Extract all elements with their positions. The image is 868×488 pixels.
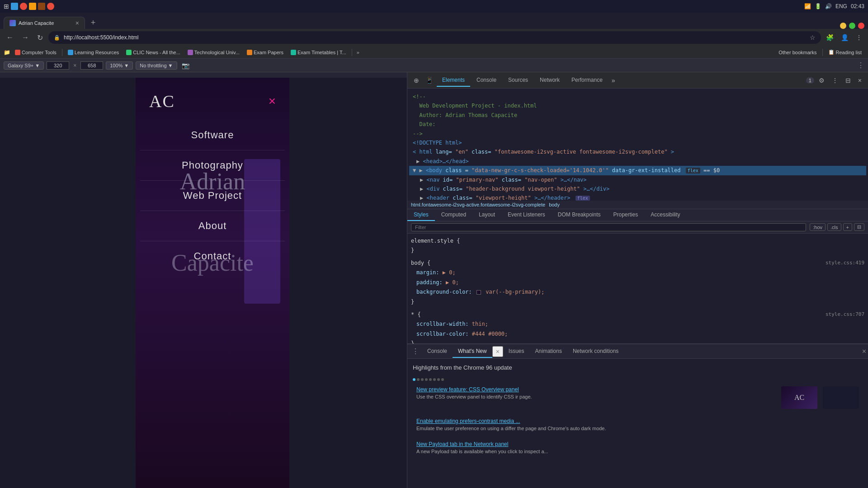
bottom-tab-animations[interactable]: Animations <box>530 345 567 358</box>
tree-arrow-head[interactable]: ▶ <box>416 158 420 164</box>
mobile-menu-item-contact[interactable]: Contact <box>194 250 231 262</box>
toggle-style-button[interactable]: ⊟ <box>854 223 864 231</box>
feature-title-3[interactable]: New Payload tab in the Network panel <box>416 441 859 447</box>
whats-new-close-tab[interactable]: × <box>492 346 503 357</box>
tab-sources[interactable]: Sources <box>503 74 533 87</box>
breadcrumb-body[interactable]: body <box>549 202 560 207</box>
tab-close-button[interactable]: × <box>75 20 79 26</box>
bottom-more-button[interactable]: ⋮ <box>409 347 422 356</box>
tab-accessibility[interactable]: Accessibility <box>644 209 686 221</box>
more-tabs-button[interactable]: » <box>609 75 618 86</box>
feature-title-2[interactable]: Enable emulating prefers-contrast media … <box>416 418 859 424</box>
taskbar-app-icon-5[interactable] <box>47 3 54 10</box>
zoom-selector[interactable]: 100% ▼ <box>106 61 133 70</box>
taskbar-app-icon-4[interactable] <box>38 3 45 10</box>
mobile-menu-close[interactable]: × <box>269 94 276 108</box>
tree-arrow-body[interactable]: ▼ ▶ <box>413 167 423 174</box>
start-icon[interactable]: ⊞ <box>4 3 9 10</box>
capture-screenshot-icon[interactable]: 📷 <box>182 62 189 69</box>
tab-dom-breakpoints[interactable]: DOM Breakpoints <box>552 209 607 221</box>
feature-item-prefers-contrast[interactable]: Enable emulating prefers-contrast media … <box>413 414 863 436</box>
bottom-tab-issues[interactable]: Issues <box>503 345 530 358</box>
extensions-button[interactable]: 🧩 <box>824 33 836 42</box>
device-selector[interactable]: Galaxy S9+ ▼ <box>4 61 44 70</box>
style-filter-input[interactable] <box>411 223 806 231</box>
color-swatch-bg[interactable] <box>476 290 481 295</box>
minimize-button[interactable] <box>840 23 846 29</box>
viewport-width-input[interactable] <box>47 61 69 70</box>
feature-title-1[interactable]: New preview feature: CSS Overview panel <box>416 386 776 393</box>
devtools-close-button[interactable]: × <box>855 75 864 86</box>
devtools-dock-button[interactable]: ⊟ <box>843 75 854 86</box>
tab-performance[interactable]: Performance <box>566 74 608 87</box>
html-body-line[interactable]: ▼ ▶ <body class = "data-new-gr-c-s-check… <box>409 166 866 175</box>
bookmark-item-computer-tools[interactable]: Computer Tools <box>12 49 59 56</box>
tab-layout[interactable]: Layout <box>472 209 501 221</box>
throttle-selector[interactable]: No throttling ▼ <box>136 61 177 70</box>
tree-arrow-header[interactable]: ▶ <box>420 195 423 200</box>
css-value-scrollbar-color: #444 #0000; <box>472 331 508 337</box>
mobile-view: AC × Software Photography Web Project Ab… <box>136 78 289 488</box>
tree-arrow-div[interactable]: ▶ <box>420 186 423 192</box>
bottom-tab-whats-new[interactable]: What's New <box>453 345 492 358</box>
tab-event-listeners[interactable]: Event Listeners <box>501 209 552 221</box>
more-bookmarks-icon[interactable]: » <box>357 50 359 55</box>
reload-button[interactable]: ↻ <box>34 32 46 44</box>
taskbar-app-icon-3[interactable] <box>29 3 36 10</box>
bottom-tab-console[interactable]: Console <box>422 345 453 358</box>
profile-button[interactable]: 👤 <box>839 33 851 42</box>
viewport-more-button[interactable]: ⋮ <box>857 61 864 70</box>
css-source-body-1[interactable]: style.css:419 <box>826 258 864 267</box>
hov-filter-button[interactable]: :hov <box>810 223 826 231</box>
devtools-inspect-button[interactable]: ⊕ <box>411 75 422 86</box>
taskbar-app-icon-2[interactable] <box>20 3 27 10</box>
close-button[interactable] <box>858 23 864 29</box>
bookmark-item-clic-news[interactable]: CLIC News - All the... <box>123 49 183 56</box>
address-bar[interactable]: 🔒 http://localhost:5500/index.html ☆ <box>48 31 821 44</box>
mobile-menu-item-photography[interactable]: Photography <box>182 160 243 171</box>
breadcrumb-html[interactable]: html.fontawesome-i2svg-active.fontawesom… <box>411 202 545 207</box>
html-head-line[interactable]: ▶ <head>…</head> <box>409 157 866 166</box>
tree-arrow-nav[interactable]: ▶ <box>420 177 423 183</box>
viewport-height-input[interactable] <box>80 61 103 70</box>
tab-console[interactable]: Console <box>471 74 502 87</box>
tab-elements[interactable]: Elements <box>437 74 470 87</box>
css-source-star-1[interactable]: style.css:707 <box>826 310 864 319</box>
bookmark-item-tech-univ[interactable]: Technological Univ... <box>185 49 242 56</box>
browser-tab-active[interactable]: Adrian Capacite × <box>4 17 85 29</box>
bookmark-item-exam-papers[interactable]: Exam Papers <box>244 49 286 56</box>
tab-computed[interactable]: Computed <box>435 209 472 221</box>
html-html-open[interactable]: < html lang= "en" class= "fontawesome-i2… <box>409 147 866 156</box>
more-options-button[interactable]: ⋮ <box>854 33 864 42</box>
bookmark-star-icon[interactable]: ☆ <box>810 34 816 41</box>
add-style-button[interactable]: + <box>843 223 852 231</box>
devtools-device-button[interactable]: 📱 <box>423 75 436 86</box>
feature-item-css-overview[interactable]: New preview feature: CSS Overview panel … <box>413 383 863 413</box>
maximize-button[interactable] <box>849 23 855 29</box>
new-tab-button[interactable]: + <box>87 16 99 29</box>
html-comment-line[interactable]: <!-- <box>409 92 866 101</box>
bookmark-item-reading-list[interactable]: 📋 Reading list <box>826 48 864 56</box>
bookmark-item-other[interactable]: Other bookmarks <box>776 49 819 56</box>
feature-item-payload-tab[interactable]: New Payload tab in the Network panel A n… <box>413 437 863 459</box>
devtools-more-button[interactable]: ⋮ <box>829 75 841 86</box>
tab-styles[interactable]: Styles <box>407 209 435 221</box>
html-comment-close[interactable]: --> <box>409 129 866 138</box>
bookmark-item-learning-resources[interactable]: Learning Resources <box>65 49 122 56</box>
taskbar-app-icon[interactable] <box>11 3 18 10</box>
mobile-menu-item-about[interactable]: About <box>198 220 227 232</box>
html-header-line[interactable]: ▶ <header class= "viewport-height" >…</h… <box>409 193 866 200</box>
bottom-tab-network-conditions[interactable]: Network conditions <box>567 345 624 358</box>
html-nav-line[interactable]: ▶ <nav id= "primary-nav" class= "nav-ope… <box>409 175 866 184</box>
tab-network[interactable]: Network <box>534 74 565 87</box>
mobile-menu-item-software[interactable]: Software <box>191 129 234 141</box>
devtools-settings-button[interactable]: ⚙ <box>816 75 827 86</box>
back-button[interactable]: ← <box>4 32 16 43</box>
html-div-header-line[interactable]: ▶ <div class= "header-background viewpor… <box>409 184 866 193</box>
forward-button[interactable]: → <box>19 32 32 43</box>
bookmark-item-exam-timetables[interactable]: Exam Timetables | T... <box>288 49 349 56</box>
tab-properties[interactable]: Properties <box>607 209 645 221</box>
mobile-menu-item-web-project[interactable]: Web Project <box>183 190 242 202</box>
bottom-panel-close-button[interactable]: × <box>862 347 866 356</box>
cls-filter-button[interactable]: .cls <box>827 223 841 231</box>
